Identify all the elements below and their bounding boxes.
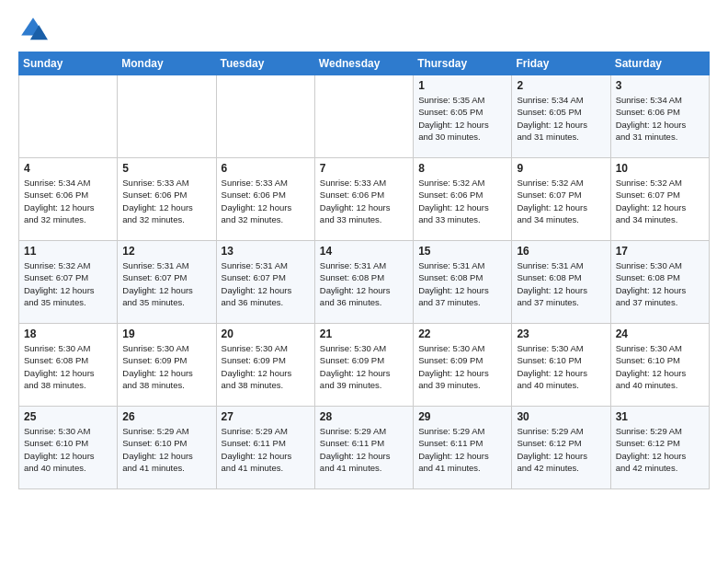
day-number: 24 [616, 327, 704, 340]
cell-content: Sunrise: 5:34 AM Sunset: 6:05 PM Dayligh… [517, 94, 605, 143]
cell-content: Sunrise: 5:30 AM Sunset: 6:08 PM Dayligh… [616, 259, 704, 308]
cell-content: Sunrise: 5:32 AM Sunset: 6:06 PM Dayligh… [418, 177, 506, 225]
day-number: 29 [418, 410, 506, 423]
calendar-cell: 24Sunrise: 5:30 AM Sunset: 6:10 PM Dayli… [610, 324, 709, 407]
calendar-cell: 22Sunrise: 5:30 AM Sunset: 6:09 PM Dayli… [414, 324, 512, 407]
calendar-cell: 4Sunrise: 5:34 AM Sunset: 6:06 PM Daylig… [19, 158, 118, 241]
calendar-table: SundayMondayTuesdayWednesdayThursdayFrid… [18, 52, 710, 489]
calendar-cell: 20Sunrise: 5:30 AM Sunset: 6:09 PM Dayli… [216, 324, 314, 407]
week-row-3: 11Sunrise: 5:32 AM Sunset: 6:07 PM Dayli… [19, 241, 710, 324]
calendar-cell: 23Sunrise: 5:30 AM Sunset: 6:10 PM Dayli… [512, 324, 610, 407]
day-number: 20 [222, 327, 310, 340]
calendar-cell [118, 75, 216, 158]
day-number: 9 [517, 162, 605, 175]
calendar-cell: 9Sunrise: 5:32 AM Sunset: 6:07 PM Daylig… [512, 158, 610, 241]
cell-content: Sunrise: 5:29 AM Sunset: 6:12 PM Dayligh… [616, 425, 704, 474]
day-number: 22 [418, 327, 506, 340]
calendar-cell: 17Sunrise: 5:30 AM Sunset: 6:08 PM Dayli… [610, 241, 709, 324]
cell-content: Sunrise: 5:33 AM Sunset: 6:06 PM Dayligh… [222, 177, 310, 225]
cell-content: Sunrise: 5:30 AM Sunset: 6:09 PM Dayligh… [222, 342, 310, 391]
day-number: 17 [616, 245, 704, 258]
day-number: 16 [517, 245, 605, 258]
logo [18, 15, 51, 44]
day-number: 14 [320, 245, 408, 258]
column-header-thursday: Thursday [414, 52, 512, 75]
column-header-monday: Monday [118, 52, 216, 75]
cell-content: Sunrise: 5:29 AM Sunset: 6:11 PM Dayligh… [418, 425, 506, 474]
day-number: 13 [222, 245, 310, 258]
column-header-saturday: Saturday [610, 52, 709, 75]
day-number: 21 [320, 327, 408, 340]
calendar-cell [216, 75, 314, 158]
day-number: 18 [24, 327, 112, 340]
cell-content: Sunrise: 5:31 AM Sunset: 6:08 PM Dayligh… [320, 259, 408, 308]
cell-content: Sunrise: 5:33 AM Sunset: 6:06 PM Dayligh… [122, 177, 210, 225]
calendar-cell: 30Sunrise: 5:29 AM Sunset: 6:12 PM Dayli… [512, 407, 610, 489]
cell-content: Sunrise: 5:31 AM Sunset: 6:07 PM Dayligh… [222, 259, 310, 308]
week-row-5: 25Sunrise: 5:30 AM Sunset: 6:10 PM Dayli… [19, 407, 710, 489]
calendar-cell: 15Sunrise: 5:31 AM Sunset: 6:08 PM Dayli… [414, 241, 512, 324]
calendar-cell: 28Sunrise: 5:29 AM Sunset: 6:11 PM Dayli… [314, 407, 413, 489]
calendar-cell: 19Sunrise: 5:30 AM Sunset: 6:09 PM Dayli… [118, 324, 216, 407]
calendar-cell: 11Sunrise: 5:32 AM Sunset: 6:07 PM Dayli… [19, 241, 118, 324]
column-header-wednesday: Wednesday [314, 52, 413, 75]
cell-content: Sunrise: 5:29 AM Sunset: 6:10 PM Dayligh… [122, 425, 210, 474]
day-number: 15 [418, 245, 506, 258]
day-number: 26 [122, 410, 210, 423]
calendar-cell: 6Sunrise: 5:33 AM Sunset: 6:06 PM Daylig… [216, 158, 314, 241]
day-number: 10 [616, 162, 704, 175]
day-number: 6 [222, 162, 310, 175]
week-row-2: 4Sunrise: 5:34 AM Sunset: 6:06 PM Daylig… [19, 158, 710, 241]
calendar-cell: 7Sunrise: 5:33 AM Sunset: 6:06 PM Daylig… [314, 158, 413, 241]
calendar-cell: 13Sunrise: 5:31 AM Sunset: 6:07 PM Dayli… [216, 241, 314, 324]
day-number: 30 [517, 410, 605, 423]
calendar-cell [19, 75, 118, 158]
week-row-1: 1Sunrise: 5:35 AM Sunset: 6:05 PM Daylig… [19, 75, 710, 158]
cell-content: Sunrise: 5:30 AM Sunset: 6:09 PM Dayligh… [418, 342, 506, 391]
column-header-friday: Friday [512, 52, 610, 75]
cell-content: Sunrise: 5:35 AM Sunset: 6:05 PM Dayligh… [418, 94, 506, 143]
header-row: SundayMondayTuesdayWednesdayThursdayFrid… [19, 52, 710, 75]
cell-content: Sunrise: 5:31 AM Sunset: 6:07 PM Dayligh… [122, 259, 210, 308]
week-row-4: 18Sunrise: 5:30 AM Sunset: 6:08 PM Dayli… [19, 324, 710, 407]
day-number: 7 [320, 162, 408, 175]
day-number: 31 [616, 410, 704, 423]
calendar-cell: 2Sunrise: 5:34 AM Sunset: 6:05 PM Daylig… [512, 75, 610, 158]
calendar-cell: 10Sunrise: 5:32 AM Sunset: 6:07 PM Dayli… [610, 158, 709, 241]
cell-content: Sunrise: 5:31 AM Sunset: 6:08 PM Dayligh… [517, 259, 605, 308]
calendar-cell: 12Sunrise: 5:31 AM Sunset: 6:07 PM Dayli… [118, 241, 216, 324]
calendar-cell: 5Sunrise: 5:33 AM Sunset: 6:06 PM Daylig… [118, 158, 216, 241]
cell-content: Sunrise: 5:32 AM Sunset: 6:07 PM Dayligh… [24, 259, 112, 308]
day-number: 8 [418, 162, 506, 175]
calendar-cell: 31Sunrise: 5:29 AM Sunset: 6:12 PM Dayli… [610, 407, 709, 489]
day-number: 23 [517, 327, 605, 340]
calendar-cell [314, 75, 413, 158]
page-header [18, 15, 710, 44]
cell-content: Sunrise: 5:30 AM Sunset: 6:10 PM Dayligh… [24, 425, 112, 474]
calendar-cell: 18Sunrise: 5:30 AM Sunset: 6:08 PM Dayli… [19, 324, 118, 407]
cell-content: Sunrise: 5:30 AM Sunset: 6:08 PM Dayligh… [24, 342, 112, 391]
calendar-cell: 16Sunrise: 5:31 AM Sunset: 6:08 PM Dayli… [512, 241, 610, 324]
cell-content: Sunrise: 5:30 AM Sunset: 6:10 PM Dayligh… [616, 342, 704, 391]
cell-content: Sunrise: 5:32 AM Sunset: 6:07 PM Dayligh… [616, 177, 704, 225]
day-number: 3 [616, 79, 704, 92]
day-number: 1 [418, 79, 506, 92]
day-number: 28 [320, 410, 408, 423]
day-number: 4 [24, 162, 112, 175]
calendar-cell: 8Sunrise: 5:32 AM Sunset: 6:06 PM Daylig… [414, 158, 512, 241]
logo-icon [18, 15, 48, 44]
calendar-cell: 26Sunrise: 5:29 AM Sunset: 6:10 PM Dayli… [118, 407, 216, 489]
cell-content: Sunrise: 5:32 AM Sunset: 6:07 PM Dayligh… [517, 177, 605, 225]
cell-content: Sunrise: 5:30 AM Sunset: 6:09 PM Dayligh… [320, 342, 408, 391]
day-number: 27 [222, 410, 310, 423]
calendar-cell: 1Sunrise: 5:35 AM Sunset: 6:05 PM Daylig… [414, 75, 512, 158]
day-number: 12 [122, 245, 210, 258]
calendar-cell: 14Sunrise: 5:31 AM Sunset: 6:08 PM Dayli… [314, 241, 413, 324]
cell-content: Sunrise: 5:33 AM Sunset: 6:06 PM Dayligh… [320, 177, 408, 225]
day-number: 5 [122, 162, 210, 175]
cell-content: Sunrise: 5:34 AM Sunset: 6:06 PM Dayligh… [24, 177, 112, 225]
column-header-sunday: Sunday [19, 52, 118, 75]
calendar-cell: 3Sunrise: 5:34 AM Sunset: 6:06 PM Daylig… [610, 75, 709, 158]
calendar-cell: 29Sunrise: 5:29 AM Sunset: 6:11 PM Dayli… [414, 407, 512, 489]
column-header-tuesday: Tuesday [216, 52, 314, 75]
